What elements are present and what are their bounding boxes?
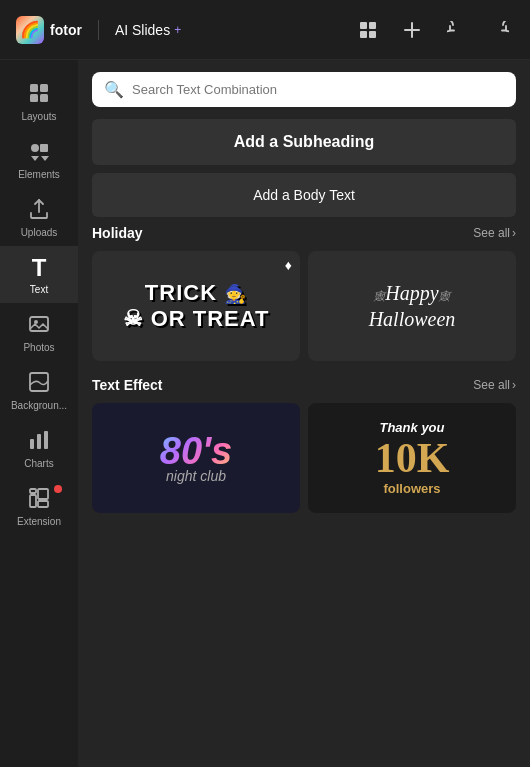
search-icon: 🔍 xyxy=(104,80,124,99)
text-effect-see-all[interactable]: See all › xyxy=(473,378,516,392)
sidebar-item-extension[interactable]: Extension xyxy=(0,477,78,535)
text-effect-card-grid: 80's night club Thank you 10K followers xyxy=(92,403,516,513)
fotor-logo[interactable]: 🌈 xyxy=(16,16,44,44)
sidebar-item-layouts[interactable]: Layouts xyxy=(0,72,78,130)
search-bar[interactable]: 🔍 xyxy=(92,72,516,107)
svg-rect-7 xyxy=(40,84,48,92)
svg-rect-1 xyxy=(369,22,376,29)
text-icon: T xyxy=(32,256,47,280)
holiday-section-header: Holiday See all › xyxy=(92,225,516,241)
svg-rect-15 xyxy=(30,439,34,449)
logo-text: fotor xyxy=(50,22,82,38)
svg-rect-0 xyxy=(360,22,367,29)
svg-rect-11 xyxy=(40,144,48,152)
sidebar-item-backgrounds[interactable]: Backgroun... xyxy=(0,361,78,419)
svg-rect-19 xyxy=(38,489,48,499)
add-subheading-button[interactable]: Add a Subheading xyxy=(92,119,516,165)
text-effect-title: Text Effect xyxy=(92,377,163,393)
main-panel: 🔍 Add a Subheading Add a Body Text Holid… xyxy=(78,0,530,767)
sidebar-item-elements[interactable]: Elements xyxy=(0,130,78,188)
add-button[interactable] xyxy=(398,16,426,44)
sidebar-item-text[interactable]: T Text xyxy=(0,246,78,303)
panel-content: 🔍 Add a Subheading Add a Body Text Holid… xyxy=(78,60,530,767)
sidebar-item-photos[interactable]: Photos xyxy=(0,303,78,361)
sidebar-item-label: Layouts xyxy=(21,111,56,122)
extension-icon xyxy=(28,487,50,512)
svg-rect-16 xyxy=(37,434,41,449)
premium-badge: ♦ xyxy=(285,257,292,273)
happy-halloween-card[interactable]: 🕸Happy🕸 Halloween xyxy=(308,251,516,361)
logo-area: 🌈 fotor xyxy=(16,16,82,44)
holiday-title: Holiday xyxy=(92,225,143,241)
halloween-card-inner: 🕸Happy🕸 Halloween xyxy=(308,251,516,361)
sidebar-items: Layouts Elements Uploads xyxy=(0,0,78,535)
header-divider xyxy=(98,20,99,40)
sidebar-item-label: Photos xyxy=(23,342,54,353)
thank-you-text: Thank you xyxy=(379,420,444,435)
sidebar-item-label: Elements xyxy=(18,169,60,180)
eighties-text: 80's xyxy=(152,432,240,470)
trick-text: Trick 🧙☠ Or Treat xyxy=(113,270,280,343)
svg-rect-21 xyxy=(30,489,36,493)
ai-slides-badge: + xyxy=(174,23,181,37)
sidebar-item-charts[interactable]: Charts xyxy=(0,419,78,477)
holiday-see-all[interactable]: See all › xyxy=(473,226,516,240)
svg-rect-20 xyxy=(38,501,48,507)
sidebar-item-label: Backgroun... xyxy=(11,400,67,411)
sidebar-item-label: Text xyxy=(30,284,48,295)
eighties-sub: night club xyxy=(166,468,226,484)
sidebar-item-label: Extension xyxy=(17,516,61,527)
backgrounds-icon xyxy=(28,371,50,396)
eighties-card[interactable]: 80's night club xyxy=(92,403,300,513)
uploads-icon xyxy=(28,198,50,223)
elements-icon xyxy=(28,140,50,165)
svg-rect-17 xyxy=(44,431,48,449)
trick-card-inner: ♦ Trick 🧙☠ Or Treat xyxy=(92,251,300,361)
svg-point-10 xyxy=(31,144,39,152)
ai-slides-label: AI Slides + xyxy=(115,22,181,38)
text-effect-section-header: Text Effect See all › xyxy=(92,377,516,393)
eighties-card-inner: 80's night club xyxy=(92,403,300,513)
holiday-card-grid: ♦ Trick 🧙☠ Or Treat 🕸Happy🕸 Halloween xyxy=(92,251,516,361)
followers-text: followers xyxy=(383,481,440,496)
header-actions xyxy=(354,16,514,44)
charts-icon xyxy=(28,429,50,454)
photos-icon xyxy=(28,313,50,338)
grid-view-button[interactable] xyxy=(354,16,382,44)
redo-button[interactable] xyxy=(486,16,514,44)
sidebar-item-label: Uploads xyxy=(21,227,58,238)
trick-or-treat-card[interactable]: ♦ Trick 🧙☠ Or Treat xyxy=(92,251,300,361)
app-header: 🌈 fotor AI Slides + xyxy=(0,0,530,60)
tenk-card[interactable]: Thank you 10K followers xyxy=(308,403,516,513)
tenk-card-inner: Thank you 10K followers xyxy=(308,403,516,513)
add-body-text-button[interactable]: Add a Body Text xyxy=(92,173,516,217)
notification-dot xyxy=(54,485,62,493)
sidebar-item-label: Charts xyxy=(24,458,53,469)
tenk-number: 10K xyxy=(375,437,450,479)
halloween-text: 🕸Happy🕸 Halloween xyxy=(359,270,466,342)
svg-rect-2 xyxy=(360,31,367,38)
svg-rect-8 xyxy=(30,94,38,102)
search-input[interactable] xyxy=(132,82,504,97)
svg-rect-18 xyxy=(30,495,36,507)
svg-rect-6 xyxy=(30,84,38,92)
sidebar-item-uploads[interactable]: Uploads xyxy=(0,188,78,246)
sidebar: Layouts Elements Uploads xyxy=(0,0,78,767)
undo-button[interactable] xyxy=(442,16,470,44)
layouts-icon xyxy=(28,82,50,107)
svg-rect-3 xyxy=(369,31,376,38)
svg-rect-9 xyxy=(40,94,48,102)
eighties-wrap: 80's night club xyxy=(152,432,240,484)
tenk-wrap: Thank you 10K followers xyxy=(365,410,460,506)
